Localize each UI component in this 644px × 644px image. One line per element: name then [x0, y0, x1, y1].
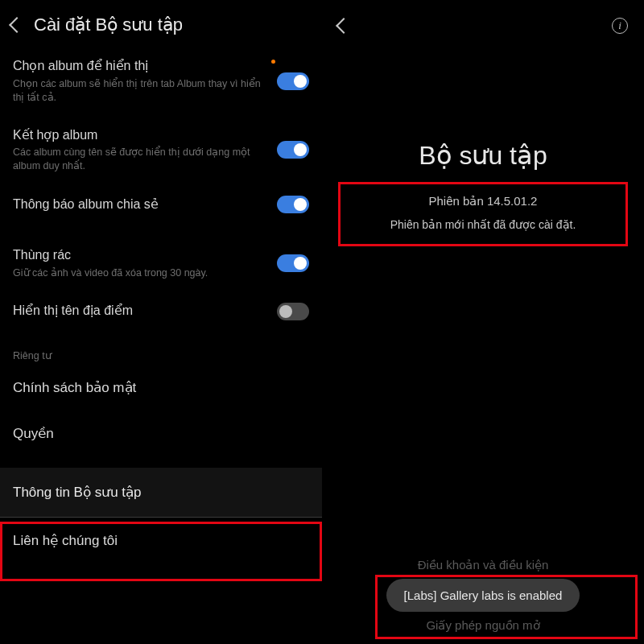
toggle-trash[interactable] [277, 254, 309, 272]
setting-label: Hiển thị tên địa điểm [13, 303, 267, 320]
setting-trash[interactable]: Thùng rác Giữ các ảnh và video đã xóa tr… [0, 236, 322, 291]
setting-sub: Các album cùng tên sẽ được hiển thị dưới… [13, 146, 267, 173]
setting-sub: Chọn các album sẽ hiển thị trên tab Albu… [13, 77, 267, 105]
app-name: Bộ sưu tập [322, 140, 644, 171]
about-pane: i Bộ sưu tập Phiên bản 14.5.01.2 Phiên b… [322, 0, 644, 644]
setting-label: Thùng rác [13, 247, 267, 264]
setting-share-notify[interactable]: Thông báo album chia sẻ [0, 184, 322, 225]
setting-label: Thông báo album chia sẻ [13, 196, 267, 213]
bottom-links: Điều khoản và điều kiện [Labs] Gallery l… [322, 558, 644, 633]
section-privacy: Riêng tư [0, 343, 322, 365]
setting-sub: Giữ các ảnh và video đã xóa trong 30 ngà… [13, 266, 267, 280]
back-icon[interactable] [336, 18, 352, 34]
header: i [322, 0, 644, 52]
header: Cài đặt Bộ sưu tập [0, 0, 322, 47]
link-contact-us[interactable]: Liên hệ chúng tôi [0, 518, 322, 564]
divider [0, 456, 322, 468]
toggle-location-names[interactable] [277, 303, 309, 320]
page-title: Cài đặt Bộ sưu tập [34, 14, 183, 35]
toggle-share-notify[interactable] [277, 196, 309, 213]
setting-choose-albums[interactable]: Chọn album để hiển thị Chọn các album sẽ… [0, 47, 322, 116]
link-terms[interactable]: Điều khoản và điều kiện [418, 558, 549, 572]
info-icon[interactable]: i [612, 18, 628, 34]
setting-label: Kết hợp album [13, 127, 267, 144]
back-icon[interactable] [9, 17, 25, 33]
version-text: Phiên bản 14.5.01.2 [345, 194, 621, 208]
link-about-gallery[interactable]: Thông tin Bộ sưu tập [0, 468, 322, 518]
link-privacy-policy[interactable]: Chính sách bảo mật [0, 365, 322, 411]
settings-pane: Cài đặt Bộ sưu tập Chọn album để hiển th… [0, 0, 322, 644]
version-highlight: Phiên bản 14.5.01.2 Phiên bản mới nhất đ… [338, 182, 628, 246]
latest-text: Phiên bản mới nhất đã được cài đặt. [345, 218, 621, 231]
toast-message: [Labs] Gallery labs is enabled [386, 579, 580, 612]
divider [0, 332, 322, 343]
toggle-choose-albums[interactable] [277, 72, 309, 90]
link-permissions[interactable]: Quyền [0, 411, 322, 456]
settings-list: Chọn album để hiển thị Chọn các album sẽ… [0, 47, 322, 564]
toggle-merge-albums[interactable] [277, 141, 309, 159]
link-open-source[interactable]: Giấy phép nguồn mở [426, 618, 539, 633]
divider [0, 225, 322, 236]
setting-location-names[interactable]: Hiển thị tên địa điểm [0, 291, 322, 332]
setting-label: Chọn album để hiển thị [13, 58, 267, 75]
setting-merge-albums[interactable]: Kết hợp album Các album cùng tên sẽ được… [0, 116, 322, 185]
